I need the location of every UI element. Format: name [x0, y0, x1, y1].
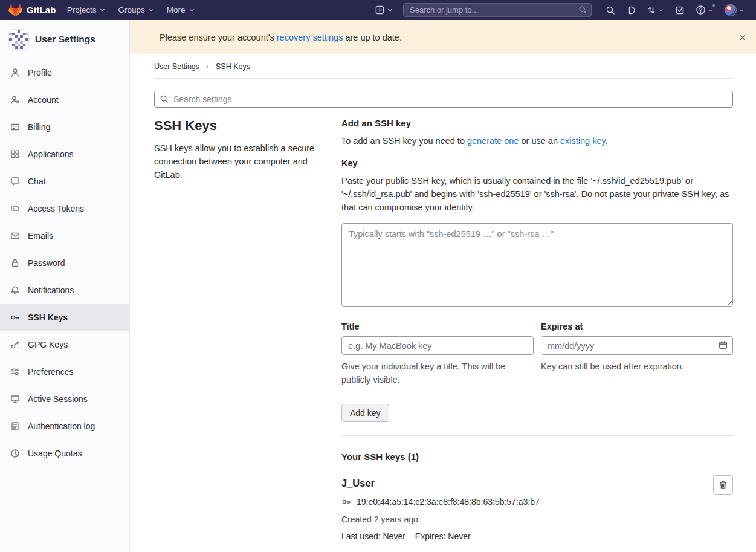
chevron-down-icon — [708, 7, 714, 13]
settings-sidebar: User Settings Profile Account Billing — [0, 20, 130, 552]
sidebar-title: User Settings — [35, 34, 95, 45]
account-icon — [10, 95, 20, 105]
sidebar-item-usage-quotas[interactable]: Usage Quotas — [0, 440, 129, 467]
gpg-keys-icon — [10, 340, 20, 349]
search-icon — [160, 94, 169, 103]
sidebar-item-label: Access Tokens — [28, 204, 84, 213]
nav-projects-label: Projects — [67, 5, 97, 15]
title-label: Title — [341, 322, 534, 331]
sidebar-item-label: Chat — [28, 177, 46, 186]
top-navbar: GitLab Projects Groups More — [0, 0, 756, 20]
sidebar-item-active-sessions[interactable]: Active Sessions — [0, 385, 129, 412]
sidebar-item-label: Billing — [28, 122, 50, 132]
sidebar-item-label: SSH Keys — [28, 313, 68, 322]
sidebar-item-notifications[interactable]: Notifications — [0, 276, 129, 304]
sidebar-header: User Settings — [0, 20, 129, 59]
generate-one-link[interactable]: generate one — [467, 136, 519, 146]
section-intro: SSH Keys SSH keys allow you to establish… — [154, 118, 341, 181]
ssh-key-fingerprint: 19:e0:44:a5:14:c2:3a:e8:f8:48:8b:63:5b:5… — [357, 497, 540, 507]
user-menu[interactable] — [719, 0, 750, 20]
sidebar-item-password[interactable]: Password — [0, 249, 129, 276]
alert-text-after: are up to date. — [345, 33, 402, 42]
merge-requests-menu[interactable] — [641, 0, 670, 20]
sidebar-item-ssh-keys[interactable]: SSH Keys — [0, 304, 129, 331]
nav-more-menu[interactable]: More — [161, 0, 201, 20]
password-icon — [10, 258, 20, 268]
sidebar-item-access-tokens[interactable]: Access Tokens — [0, 195, 129, 222]
todos-button[interactable] — [670, 0, 690, 20]
search-icon — [606, 5, 615, 15]
ssh-keys-icon — [10, 313, 20, 322]
global-search-input[interactable] — [403, 3, 592, 17]
sidebar-item-label: Password — [28, 258, 65, 268]
add-key-button[interactable]: Add key — [341, 404, 389, 422]
nav-groups-menu[interactable]: Groups — [112, 0, 160, 20]
chevron-down-icon — [387, 7, 393, 13]
access-tokens-icon — [10, 204, 20, 213]
section-divider — [341, 435, 733, 436]
settings-search — [154, 91, 733, 108]
existing-key-link[interactable]: existing key — [560, 136, 606, 146]
alert-close-button[interactable] — [736, 31, 749, 44]
sidebar-item-label: Emails — [28, 231, 53, 241]
sidebar-item-chat[interactable]: Chat — [0, 167, 129, 195]
sidebar-item-gpg-keys[interactable]: GPG Keys — [0, 331, 129, 358]
todos-icon — [675, 5, 685, 15]
gitlab-home-link[interactable]: GitLab — [6, 4, 61, 17]
sidebar-item-preferences[interactable]: Preferences — [0, 358, 129, 385]
user-avatar — [725, 4, 737, 16]
expires-field-group: Expires at Key can still be used after e… — [541, 322, 733, 387]
key-label: Key — [341, 158, 733, 168]
sidebar-item-account[interactable]: Account — [0, 86, 129, 113]
global-search — [403, 3, 592, 17]
intro-text: or use an — [521, 136, 557, 146]
expires-help-text: Key can still be used after expiration. — [541, 360, 733, 374]
billing-icon — [10, 122, 20, 132]
merge-requests-icon — [647, 5, 656, 15]
sidebar-item-emails[interactable]: Emails — [0, 222, 129, 249]
gitlab-app: GitLab Projects Groups More — [0, 0, 756, 552]
recovery-settings-link[interactable]: recovery settings — [277, 33, 343, 42]
chevron-down-icon — [99, 7, 106, 13]
sidebar-item-applications[interactable]: Applications — [0, 140, 129, 167]
breadcrumb: User Settings SSH Keys — [154, 62, 733, 71]
nav-groups-label: Groups — [118, 5, 144, 15]
breadcrumb-user-settings-link[interactable]: User Settings — [154, 62, 199, 71]
sidebar-item-label: Active Sessions — [28, 394, 88, 404]
notifications-icon — [10, 285, 20, 295]
key-help-text: Paste your public SSH key, which is usua… — [341, 175, 733, 214]
profile-icon — [10, 68, 20, 77]
help-menu[interactable] — [690, 0, 719, 20]
sidebar-item-billing[interactable]: Billing — [0, 113, 129, 140]
ssh-key-last-used: Last used: Never — [341, 531, 405, 541]
breadcrumb-divider — [154, 78, 733, 79]
nav-projects-menu[interactable]: Projects — [61, 0, 112, 20]
expires-at-date-input[interactable] — [541, 336, 733, 355]
chevron-down-icon — [658, 7, 664, 13]
breadcrumb-ssh-keys-link[interactable]: SSH Keys — [216, 62, 250, 71]
authentication-log-icon — [10, 421, 20, 431]
close-icon — [738, 33, 746, 41]
title-field-group: Title Give your individual key a title. … — [341, 322, 534, 387]
ssh-key-expires: Expires: Never — [415, 531, 471, 541]
issues-icon — [626, 5, 636, 15]
settings-search-input[interactable] — [154, 91, 733, 108]
delete-key-button[interactable] — [713, 475, 733, 495]
sidebar-item-label: GPG Keys — [28, 340, 68, 349]
new-menu-button[interactable] — [369, 5, 399, 15]
page-title: SSH Keys — [154, 118, 329, 134]
expires-at-label: Expires at — [541, 322, 733, 331]
chevron-down-icon — [189, 7, 195, 13]
ssh-key-textarea[interactable] — [341, 223, 733, 307]
issues-button[interactable] — [621, 0, 641, 20]
add-ssh-key-intro: To add an SSH key you need to generate o… — [341, 136, 733, 146]
key-icon — [341, 497, 351, 507]
sidebar-item-profile[interactable]: Profile — [0, 59, 129, 86]
add-ssh-key-heading: Add an SSH key — [341, 118, 733, 128]
gitlab-tanuki-logo-icon — [8, 4, 22, 17]
chat-icon — [10, 177, 20, 186]
sidebar-item-authentication-log[interactable]: Authentication log — [0, 412, 129, 440]
search-icon — [578, 5, 587, 14]
search-button[interactable] — [600, 0, 621, 20]
key-title-input[interactable] — [341, 336, 534, 355]
